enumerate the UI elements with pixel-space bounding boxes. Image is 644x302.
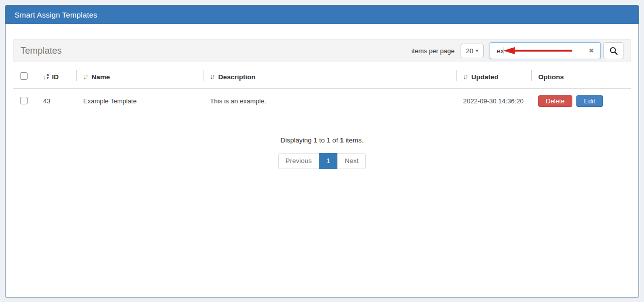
select-all-checkbox[interactable] [20, 72, 28, 80]
summary-suffix: items. [344, 136, 364, 144]
row-checkbox[interactable] [20, 97, 28, 104]
table-toolbar: Templates items per page 20 ▾ ✖ [13, 39, 631, 62]
row-options-cell: Delete Edit [531, 89, 631, 114]
column-label-id: ID [52, 73, 59, 81]
search-icon [609, 47, 618, 55]
summary-total: 1 [340, 136, 344, 144]
panel-header: Smart Assign Templates [6, 6, 638, 24]
toolbar-controls: items per page 20 ▾ ✖ [411, 42, 623, 59]
toolbar-heading: Templates [21, 46, 62, 56]
row-updated-cell: 2022-09-30 14:36:20 [456, 89, 531, 114]
clear-search-icon[interactable]: ✖ [589, 48, 594, 54]
row-description-cell: This is an example. [203, 89, 456, 114]
column-label-options: Options [538, 73, 564, 81]
row-id-cell: 43 [36, 89, 76, 114]
edit-button[interactable]: Edit [576, 95, 602, 107]
templates-panel: Smart Assign Templates Templates items p… [5, 5, 639, 297]
table-row: 43 Example Template This is an example. … [13, 89, 631, 114]
chevron-down-icon: ▾ [476, 48, 478, 53]
templates-table: ↓ a z ID ↓↑ Name [13, 66, 631, 113]
sort-icon: ↓↑ [463, 73, 468, 80]
pagination-previous[interactable]: Previous [278, 153, 320, 169]
sort-icon: ↓↑ [210, 73, 214, 80]
row-select-cell [13, 89, 36, 114]
sort-alpha-down-icon: ↓ a z [43, 73, 49, 81]
column-header-options: Options [531, 66, 631, 89]
search-wrap: ✖ [490, 42, 601, 59]
items-per-page-value: 20 [466, 47, 473, 55]
row-name-cell: Example Template [76, 89, 203, 114]
column-label-name: Name [92, 73, 110, 81]
sort-icon: ↓↑ [83, 73, 88, 80]
column-header-description[interactable]: ↓↑ Description [203, 66, 456, 89]
header-select-all-cell [13, 66, 36, 89]
items-per-page-label: items per page [411, 47, 455, 55]
delete-button[interactable]: Delete [538, 95, 572, 107]
column-header-name[interactable]: ↓↑ Name [76, 66, 203, 89]
column-header-id[interactable]: ↓ a z ID [36, 66, 76, 89]
column-label-description: Description [219, 73, 256, 81]
text-cursor [504, 47, 504, 55]
results-summary: Displaying 1 to 1 of 1 items. [13, 136, 631, 144]
pagination-next[interactable]: Next [337, 153, 366, 169]
pagination-page-1[interactable]: 1 [319, 153, 338, 169]
items-per-page-select[interactable]: 20 ▾ [461, 44, 484, 58]
column-label-updated: Updated [472, 73, 499, 81]
page-title: Smart Assign Templates [15, 11, 97, 19]
table-header-row: ↓ a z ID ↓↑ Name [13, 66, 631, 89]
summary-prefix: Displaying 1 to 1 of [281, 136, 340, 144]
search-input[interactable] [490, 42, 601, 59]
column-header-updated[interactable]: ↓↑ Updated [456, 66, 531, 89]
pagination: Previous 1 Next [13, 153, 631, 169]
search-group: ✖ [490, 42, 623, 59]
panel-body: Templates items per page 20 ▾ ✖ [6, 24, 638, 169]
search-button[interactable] [603, 42, 623, 59]
